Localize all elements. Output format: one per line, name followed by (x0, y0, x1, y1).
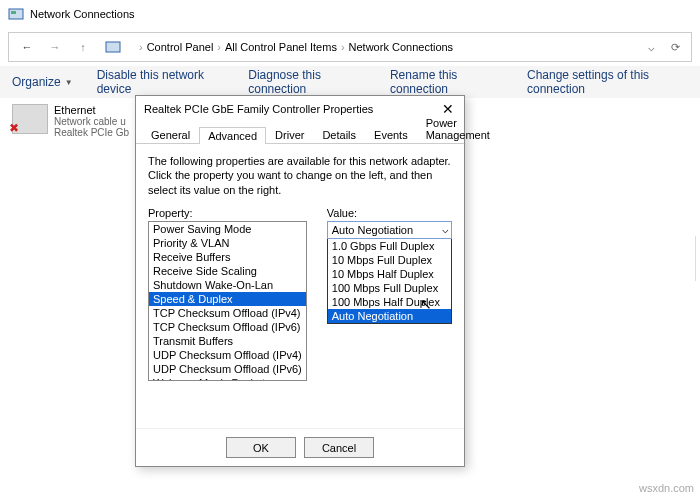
value-combobox[interactable]: Auto Negotiation ⌵ (327, 221, 452, 239)
property-label: Property: (148, 207, 307, 219)
property-listbox[interactable]: Power Saving Mode Priority & VLAN Receiv… (148, 221, 307, 381)
list-item[interactable]: Priority & VLAN (149, 236, 306, 250)
watermark: wsxdn.com (639, 482, 694, 494)
list-item[interactable]: Power Saving Mode (149, 222, 306, 236)
list-item[interactable]: TCP Checksum Offload (IPv6) (149, 320, 306, 334)
change-settings-button[interactable]: Change settings of this connection (527, 68, 688, 96)
control-panel-icon (8, 6, 24, 22)
chevron-down-icon: ⌵ (442, 223, 449, 236)
tab-power[interactable]: Power Management (417, 114, 499, 143)
tab-advanced[interactable]: Advanced (199, 127, 266, 144)
adapter-name: Ethernet (54, 104, 129, 116)
list-item-selected[interactable]: Speed & Duplex (149, 292, 306, 306)
organize-menu[interactable]: Organize▼ (12, 75, 73, 89)
tab-events[interactable]: Events (365, 126, 417, 143)
list-item[interactable]: Shutdown Wake-On-Lan (149, 278, 306, 292)
adapter-status: Network cable u (54, 116, 129, 127)
list-item[interactable]: TCP Checksum Offload (IPv4) (149, 306, 306, 320)
cancel-button[interactable]: Cancel (304, 437, 374, 458)
diagnose-button[interactable]: Diagnose this connection (248, 68, 366, 96)
disable-device-button[interactable]: Disable this network device (97, 68, 225, 96)
chevron-right-icon[interactable]: › (337, 41, 349, 53)
properties-dialog: Realtek PCIe GbE Family Controller Prope… (135, 95, 465, 467)
value-selected: Auto Negotiation (332, 224, 413, 236)
dropdown-option[interactable]: 1.0 Gbps Full Duplex (328, 239, 451, 253)
tab-driver[interactable]: Driver (266, 126, 313, 143)
breadcrumb: › Control Panel › All Control Panel Item… (127, 41, 639, 53)
chevron-right-icon[interactable]: › (213, 41, 225, 53)
toolbar: Organize▼ Disable this network device Di… (0, 66, 700, 98)
rename-button[interactable]: Rename this connection (390, 68, 503, 96)
list-item[interactable]: Wake on Magic Packet (149, 376, 306, 381)
tab-bar: General Advanced Driver Details Events P… (136, 122, 464, 144)
refresh-icon[interactable]: ⟳ (663, 41, 687, 54)
nav-forward-icon: → (41, 35, 69, 59)
chevron-right-icon[interactable]: › (135, 41, 147, 53)
tab-details[interactable]: Details (313, 126, 365, 143)
value-label: Value: (327, 207, 452, 219)
ok-button[interactable]: OK (226, 437, 296, 458)
list-item[interactable]: UDP Checksum Offload (IPv6) (149, 362, 306, 376)
list-item[interactable]: Receive Buffers (149, 250, 306, 264)
dropdown-option[interactable]: 100 Mbps Full Duplex (328, 281, 451, 295)
dropdown-option-hover[interactable]: Auto Negotiation (328, 309, 451, 323)
tab-general[interactable]: General (142, 126, 199, 143)
list-item[interactable]: UDP Checksum Offload (IPv4) (149, 348, 306, 362)
breadcrumb-all-items[interactable]: All Control Panel Items (225, 41, 337, 53)
list-item[interactable]: Transmit Buffers (149, 334, 306, 348)
svg-rect-2 (106, 42, 120, 52)
dropdown-option[interactable]: 10 Mbps Full Duplex (328, 253, 451, 267)
value-dropdown[interactable]: 1.0 Gbps Full Duplex 10 Mbps Full Duplex… (327, 239, 452, 324)
dialog-title: Realtek PCIe GbE Family Controller Prope… (144, 103, 373, 115)
nav-up-icon[interactable]: ↑ (69, 35, 97, 59)
dropdown-option[interactable]: 10 Mbps Half Duplex (328, 267, 451, 281)
breadcrumb-network-connections[interactable]: Network Connections (349, 41, 454, 53)
adapter-driver: Realtek PCIe Gb (54, 127, 129, 138)
folder-icon (105, 39, 121, 55)
nav-back-icon[interactable]: ← (13, 35, 41, 59)
chevron-down-icon[interactable]: ⌵ (639, 41, 663, 54)
ethernet-adapter-icon (12, 104, 48, 134)
svg-rect-1 (11, 11, 16, 14)
address-bar: ← → ↑ › Control Panel › All Control Pane… (8, 32, 692, 62)
description-text: The following properties are available f… (148, 154, 452, 197)
list-item[interactable]: Receive Side Scaling (149, 264, 306, 278)
breadcrumb-control-panel[interactable]: Control Panel (147, 41, 214, 53)
window-title: Network Connections (30, 8, 135, 20)
caret-down-icon: ▼ (65, 78, 73, 87)
dropdown-option[interactable]: 100 Mbps Half Duplex (328, 295, 451, 309)
